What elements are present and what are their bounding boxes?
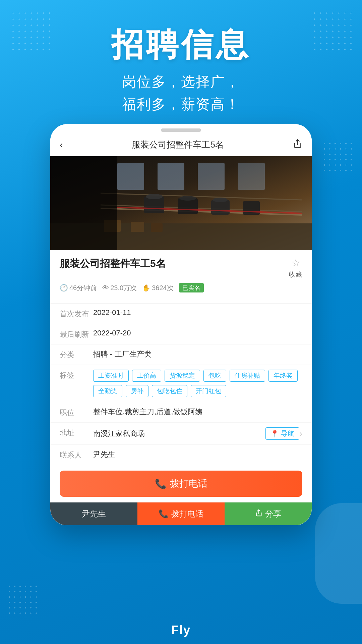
decorative-dots-bl <box>7 584 40 617</box>
job-image-inner <box>50 156 312 250</box>
contact-row: 联系人 尹先生 <box>50 445 312 465</box>
back-button[interactable]: ‹ <box>60 140 63 150</box>
svg-rect-20 <box>151 223 163 232</box>
bottom-share-icon <box>255 509 262 519</box>
page-title: 招聘信息 <box>0 27 362 62</box>
applies-count: 3624次 <box>152 283 174 292</box>
tag-item: 年终奖 <box>268 370 298 382</box>
phone-topbar <box>50 124 312 133</box>
first-publish-value: 2022-01-11 <box>93 308 302 317</box>
views-stat: 👁 23.0万次 <box>102 283 137 292</box>
share-icon[interactable] <box>293 139 302 151</box>
first-publish-label: 首次发布 <box>60 308 93 319</box>
applies-stat: ✋ 3624次 <box>142 283 174 292</box>
hand-icon: ✋ <box>142 284 150 292</box>
navigation-bar: ‹ 服装公司招整件车工5名 <box>50 133 312 156</box>
eye-icon: 👁 <box>102 284 109 292</box>
job-image <box>50 156 312 250</box>
category-value: 招聘 - 工厂生产类 <box>93 349 302 359</box>
address-row: 地址 南溪江家私商场 📍 导航 › <box>50 423 312 445</box>
tag-item: 工资准时 <box>93 370 129 382</box>
phone-notch <box>161 128 201 132</box>
svg-rect-10 <box>243 201 260 215</box>
svg-rect-22 <box>50 156 117 250</box>
contact-label: 联系人 <box>60 449 93 460</box>
navigation-label: 导航 <box>281 429 294 438</box>
header-section: 招聘信息 岗位多，选择广， 福利多，薪资高！ <box>0 0 362 129</box>
clock-icon: 🕐 <box>60 284 68 292</box>
tags-label: 标签 <box>60 370 93 380</box>
category-row: 分类 招聘 - 工厂生产类 <box>50 344 312 365</box>
svg-rect-17 <box>198 163 225 190</box>
tag-item: 房补 <box>126 385 148 397</box>
svg-point-11 <box>146 194 163 199</box>
svg-point-13 <box>213 198 228 202</box>
decorative-dots-mr <box>322 141 355 174</box>
position-row: 职位 整件车位,裁剪主刀,后道,做饭阿姨 <box>50 402 312 423</box>
nav-title: 服装公司招整件车工5名 <box>132 139 224 151</box>
time-stat: 🕐 46分钟前 <box>60 283 97 292</box>
svg-point-12 <box>179 196 196 201</box>
subtitle-line2: 福利多，薪资高！ <box>0 93 362 115</box>
svg-rect-16 <box>158 163 184 190</box>
tags-container: 工资准时工价高货源稳定包吃住房补贴年终奖全勤奖房补包吃包住开门红包 <box>93 370 302 397</box>
star-icon: ☆ <box>291 257 300 269</box>
verified-badge: 已实名 <box>179 283 204 292</box>
last-refresh-row: 最后刷新 2022-07-20 <box>50 324 312 344</box>
tag-item: 货源稳定 <box>165 370 200 382</box>
last-refresh-label: 最后刷新 <box>60 329 93 339</box>
tag-item: 包吃 <box>203 370 226 382</box>
first-publish-row: 首次发布 2022-01-11 <box>50 304 312 324</box>
bottom-call-button[interactable]: 📞 拨打电话 <box>137 502 225 525</box>
tag-item: 住房补贴 <box>230 370 265 382</box>
call-button[interactable]: 📞 拨打电话 <box>60 471 302 497</box>
call-button-label: 拨打电话 <box>170 477 207 490</box>
decorative-wave <box>315 503 362 604</box>
job-title-row: 服装公司招整件车工5名 ☆ 收藏 <box>60 257 302 279</box>
header-subtitle: 岗位多，选择广， 福利多，薪资高！ <box>0 70 362 115</box>
tag-item: 开门红包 <box>191 385 226 397</box>
favorite-button[interactable]: ☆ 收藏 <box>289 257 302 279</box>
workshop-svg <box>50 156 312 250</box>
address-value: 南溪江家私商场 <box>93 429 262 439</box>
bottom-share-label: 分享 <box>265 508 281 519</box>
time-ago: 46分钟前 <box>69 283 97 292</box>
category-label: 分类 <box>60 349 93 360</box>
app-name: Fly <box>171 623 191 637</box>
tag-item: 工价高 <box>132 370 161 382</box>
call-icon: 📞 <box>155 478 167 489</box>
subtitle-line1: 岗位多，选择广， <box>0 70 362 93</box>
svg-rect-19 <box>131 222 144 232</box>
job-stats: 🕐 46分钟前 👁 23.0万次 ✋ 3624次 已实名 <box>60 283 302 292</box>
tags-row: 标签 工资准时工价高货源稳定包吃住房补贴年终奖全勤奖房补包吃包住开门红包 <box>50 365 312 402</box>
position-label: 职位 <box>60 407 93 418</box>
last-refresh-value: 2022-07-20 <box>93 329 302 337</box>
contact-value: 尹先生 <box>93 449 302 460</box>
chevron-right-icon: › <box>299 428 302 439</box>
bottom-bar: 尹先生 📞 拨打电话 分享 <box>50 502 312 525</box>
tag-item: 包吃包住 <box>152 385 187 397</box>
bottom-share-button[interactable]: 分享 <box>225 502 312 525</box>
contact-name: 尹先生 <box>82 509 106 518</box>
navigation-button[interactable]: 📍 导航 <box>265 427 299 440</box>
position-value: 整件车位,裁剪主刀,后道,做饭阿姨 <box>93 407 302 417</box>
address-value-row: 南溪江家私商场 📍 导航 › <box>93 427 302 440</box>
address-label: 地址 <box>60 427 93 438</box>
contact-button[interactable]: 尹先生 <box>50 502 137 525</box>
job-info-section: 服装公司招整件车工5名 ☆ 收藏 🕐 46分钟前 👁 23.0万次 ✋ 3624… <box>50 250 312 300</box>
details-table: 首次发布 2022-01-11 最后刷新 2022-07-20 分类 招聘 - … <box>50 303 312 465</box>
map-icon: 📍 <box>270 430 279 438</box>
tag-item: 全勤奖 <box>93 385 122 397</box>
job-title: 服装公司招整件车工5名 <box>60 257 166 271</box>
app-content: ‹ 服装公司招整件车工5名 <box>50 133 312 525</box>
svg-rect-15 <box>117 163 144 190</box>
favorite-label: 收藏 <box>289 270 302 279</box>
views-count: 23.0万次 <box>110 283 137 292</box>
phone-mockup: ‹ 服装公司招整件车工5名 <box>50 124 312 525</box>
svg-rect-18 <box>238 163 265 190</box>
svg-rect-8 <box>178 198 198 214</box>
bottom-call-label: 拨打电话 <box>171 508 203 519</box>
bottom-call-icon: 📞 <box>159 509 169 519</box>
